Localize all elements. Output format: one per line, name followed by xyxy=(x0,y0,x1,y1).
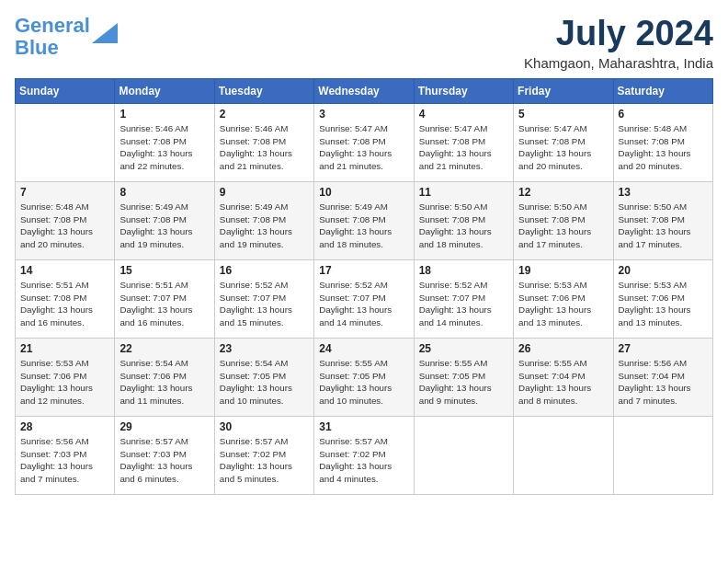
day-info: Sunrise: 5:46 AM Sunset: 7:08 PM Dayligh… xyxy=(119,122,209,173)
calendar-cell: 20Sunrise: 5:53 AM Sunset: 7:06 PM Dayli… xyxy=(613,259,712,338)
page-header: General Blue July 2024 Khamgaon, Maharas… xyxy=(15,15,713,71)
day-number: 15 xyxy=(119,264,209,277)
weekday-header-sunday: Sunday xyxy=(16,78,115,103)
day-number: 21 xyxy=(20,342,109,355)
svg-marker-0 xyxy=(92,23,118,43)
calendar-cell: 26Sunrise: 5:55 AM Sunset: 7:04 PM Dayli… xyxy=(514,338,613,416)
day-number: 11 xyxy=(419,186,508,199)
weekday-header-thursday: Thursday xyxy=(414,78,513,103)
calendar-cell: 30Sunrise: 5:57 AM Sunset: 7:02 PM Dayli… xyxy=(214,416,313,494)
location-subtitle: Khamgaon, Maharashtra, India xyxy=(524,55,713,71)
day-number: 10 xyxy=(319,186,408,199)
logo: General Blue xyxy=(15,15,118,59)
day-info: Sunrise: 5:46 AM Sunset: 7:08 PM Dayligh… xyxy=(220,122,309,173)
calendar-cell: 6Sunrise: 5:48 AM Sunset: 7:08 PM Daylig… xyxy=(613,103,712,181)
calendar-cell: 2Sunrise: 5:46 AM Sunset: 7:08 PM Daylig… xyxy=(214,103,313,181)
day-number: 24 xyxy=(319,342,408,355)
day-number: 29 xyxy=(119,420,209,433)
day-number: 2 xyxy=(220,108,309,121)
calendar-cell: 27Sunrise: 5:56 AM Sunset: 7:04 PM Dayli… xyxy=(613,338,712,416)
day-number: 12 xyxy=(518,186,608,199)
day-info: Sunrise: 5:56 AM Sunset: 7:03 PM Dayligh… xyxy=(20,435,109,486)
day-number: 6 xyxy=(619,108,708,121)
day-number: 27 xyxy=(619,342,708,355)
calendar-cell: 10Sunrise: 5:49 AM Sunset: 7:08 PM Dayli… xyxy=(314,181,414,259)
calendar-week-1: 1Sunrise: 5:46 AM Sunset: 7:08 PM Daylig… xyxy=(16,103,713,181)
calendar-cell: 28Sunrise: 5:56 AM Sunset: 7:03 PM Dayli… xyxy=(16,416,115,494)
calendar-body: 1Sunrise: 5:46 AM Sunset: 7:08 PM Daylig… xyxy=(16,103,713,494)
day-number: 3 xyxy=(319,108,408,121)
day-info: Sunrise: 5:49 AM Sunset: 7:08 PM Dayligh… xyxy=(119,201,209,251)
day-info: Sunrise: 5:57 AM Sunset: 7:03 PM Dayligh… xyxy=(119,435,209,486)
calendar-cell: 24Sunrise: 5:55 AM Sunset: 7:05 PM Dayli… xyxy=(314,338,414,416)
calendar-cell: 31Sunrise: 5:57 AM Sunset: 7:02 PM Dayli… xyxy=(314,416,414,494)
day-info: Sunrise: 5:49 AM Sunset: 7:08 PM Dayligh… xyxy=(220,201,309,251)
day-number: 25 xyxy=(419,342,508,355)
day-info: Sunrise: 5:53 AM Sunset: 7:06 PM Dayligh… xyxy=(518,279,608,329)
day-info: Sunrise: 5:47 AM Sunset: 7:08 PM Dayligh… xyxy=(319,122,408,173)
day-number: 28 xyxy=(20,420,109,433)
day-info: Sunrise: 5:55 AM Sunset: 7:05 PM Dayligh… xyxy=(419,357,508,408)
weekday-header-monday: Monday xyxy=(115,78,214,103)
calendar-table: SundayMondayTuesdayWednesdayThursdayFrid… xyxy=(15,78,713,495)
calendar-week-2: 7Sunrise: 5:48 AM Sunset: 7:08 PM Daylig… xyxy=(16,181,713,259)
day-number: 9 xyxy=(220,186,309,199)
calendar-cell: 5Sunrise: 5:47 AM Sunset: 7:08 PM Daylig… xyxy=(514,103,613,181)
calendar-cell: 8Sunrise: 5:49 AM Sunset: 7:08 PM Daylig… xyxy=(115,181,214,259)
day-info: Sunrise: 5:54 AM Sunset: 7:06 PM Dayligh… xyxy=(119,357,209,408)
calendar-cell: 16Sunrise: 5:52 AM Sunset: 7:07 PM Dayli… xyxy=(214,259,313,338)
calendar-cell: 22Sunrise: 5:54 AM Sunset: 7:06 PM Dayli… xyxy=(115,338,214,416)
day-number: 1 xyxy=(119,108,209,121)
day-info: Sunrise: 5:50 AM Sunset: 7:08 PM Dayligh… xyxy=(419,201,508,251)
weekday-header-wednesday: Wednesday xyxy=(314,78,414,103)
day-info: Sunrise: 5:56 AM Sunset: 7:04 PM Dayligh… xyxy=(619,357,708,408)
calendar-week-4: 21Sunrise: 5:53 AM Sunset: 7:06 PM Dayli… xyxy=(16,338,713,416)
calendar-cell: 1Sunrise: 5:46 AM Sunset: 7:08 PM Daylig… xyxy=(115,103,214,181)
weekday-header-saturday: Saturday xyxy=(613,78,712,103)
calendar-cell: 29Sunrise: 5:57 AM Sunset: 7:03 PM Dayli… xyxy=(115,416,214,494)
logo-text: General Blue xyxy=(15,15,90,59)
weekday-header-row: SundayMondayTuesdayWednesdayThursdayFrid… xyxy=(16,78,713,103)
day-info: Sunrise: 5:48 AM Sunset: 7:08 PM Dayligh… xyxy=(20,201,109,251)
day-number: 16 xyxy=(220,264,309,277)
day-number: 7 xyxy=(20,186,109,199)
day-info: Sunrise: 5:49 AM Sunset: 7:08 PM Dayligh… xyxy=(319,201,408,251)
day-info: Sunrise: 5:50 AM Sunset: 7:08 PM Dayligh… xyxy=(518,201,608,251)
day-info: Sunrise: 5:51 AM Sunset: 7:07 PM Dayligh… xyxy=(119,279,209,329)
day-number: 8 xyxy=(119,186,209,199)
calendar-cell: 19Sunrise: 5:53 AM Sunset: 7:06 PM Dayli… xyxy=(514,259,613,338)
calendar-cell: 9Sunrise: 5:49 AM Sunset: 7:08 PM Daylig… xyxy=(214,181,313,259)
calendar-cell: 7Sunrise: 5:48 AM Sunset: 7:08 PM Daylig… xyxy=(16,181,115,259)
month-year-title: July 2024 xyxy=(524,15,713,53)
weekday-header-tuesday: Tuesday xyxy=(214,78,313,103)
calendar-cell xyxy=(613,416,712,494)
calendar-week-3: 14Sunrise: 5:51 AM Sunset: 7:08 PM Dayli… xyxy=(16,259,713,338)
day-info: Sunrise: 5:51 AM Sunset: 7:08 PM Dayligh… xyxy=(20,279,109,329)
calendar-cell xyxy=(16,103,115,181)
day-number: 14 xyxy=(20,264,109,277)
calendar-cell: 17Sunrise: 5:52 AM Sunset: 7:07 PM Dayli… xyxy=(314,259,414,338)
day-number: 17 xyxy=(319,264,408,277)
day-info: Sunrise: 5:53 AM Sunset: 7:06 PM Dayligh… xyxy=(619,279,708,329)
calendar-cell: 25Sunrise: 5:55 AM Sunset: 7:05 PM Dayli… xyxy=(414,338,513,416)
day-info: Sunrise: 5:48 AM Sunset: 7:08 PM Dayligh… xyxy=(619,122,708,173)
day-info: Sunrise: 5:47 AM Sunset: 7:08 PM Dayligh… xyxy=(518,122,608,173)
calendar-week-5: 28Sunrise: 5:56 AM Sunset: 7:03 PM Dayli… xyxy=(16,416,713,494)
logo-arrow-icon xyxy=(92,23,118,43)
day-info: Sunrise: 5:53 AM Sunset: 7:06 PM Dayligh… xyxy=(20,357,109,408)
calendar-cell: 13Sunrise: 5:50 AM Sunset: 7:08 PM Dayli… xyxy=(613,181,712,259)
calendar-cell xyxy=(414,416,513,494)
day-number: 30 xyxy=(220,420,309,433)
day-number: 26 xyxy=(518,342,608,355)
calendar-cell: 15Sunrise: 5:51 AM Sunset: 7:07 PM Dayli… xyxy=(115,259,214,338)
calendar-cell: 23Sunrise: 5:54 AM Sunset: 7:05 PM Dayli… xyxy=(214,338,313,416)
day-number: 13 xyxy=(619,186,708,199)
day-info: Sunrise: 5:52 AM Sunset: 7:07 PM Dayligh… xyxy=(319,279,408,329)
day-info: Sunrise: 5:55 AM Sunset: 7:05 PM Dayligh… xyxy=(319,357,408,408)
calendar-cell: 21Sunrise: 5:53 AM Sunset: 7:06 PM Dayli… xyxy=(16,338,115,416)
day-info: Sunrise: 5:50 AM Sunset: 7:08 PM Dayligh… xyxy=(619,201,708,251)
calendar-header: SundayMondayTuesdayWednesdayThursdayFrid… xyxy=(16,78,713,103)
calendar-cell: 4Sunrise: 5:47 AM Sunset: 7:08 PM Daylig… xyxy=(414,103,513,181)
day-number: 22 xyxy=(119,342,209,355)
day-info: Sunrise: 5:54 AM Sunset: 7:05 PM Dayligh… xyxy=(220,357,309,408)
